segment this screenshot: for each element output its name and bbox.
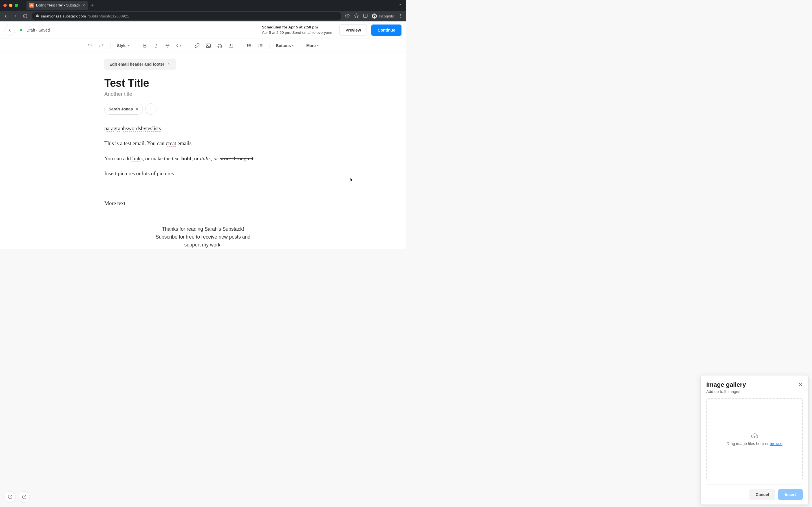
- edit-email-header-button[interactable]: Edit email header and footer: [104, 59, 175, 70]
- format-toolbar: Style▾ Buttons▾ More▾: [0, 39, 406, 52]
- remove-author-button[interactable]: ✕: [135, 107, 139, 112]
- minimize-window-button[interactable]: [9, 4, 12, 7]
- svg-point-9: [247, 45, 248, 46]
- tab-close-icon[interactable]: ✕: [82, 3, 85, 7]
- browser-tab[interactable]: Editing "Test Title" - Substack ✕: [27, 1, 88, 10]
- svg-point-4: [400, 15, 401, 16]
- link-button[interactable]: [192, 41, 202, 51]
- browser-toolbar: sarahjonas1.substack.com/publish/post/11…: [0, 11, 406, 21]
- audio-button[interactable]: [214, 41, 225, 51]
- editor-header: Draft - Saved Scheduled for Apr 5 at 2:5…: [0, 21, 406, 39]
- reload-button[interactable]: [22, 13, 28, 18]
- svg-rect-0: [363, 14, 367, 17]
- svg-point-5: [400, 17, 401, 17]
- tab-title: Editing "Test Title" - Substack: [36, 3, 80, 7]
- schedule-title: Scheduled for Apr 5 at 2:50 pm: [262, 25, 332, 30]
- post-title-input[interactable]: Test Title: [104, 77, 302, 89]
- new-tab-button[interactable]: +: [91, 3, 94, 8]
- star-icon[interactable]: [354, 13, 359, 19]
- strikethrough-button[interactable]: [162, 41, 172, 51]
- link-text[interactable]: link: [131, 156, 140, 161]
- redo-button[interactable]: [96, 41, 107, 51]
- preview-button[interactable]: Preview: [340, 24, 367, 36]
- buttons-dropdown[interactable]: Buttons▾: [274, 41, 296, 51]
- style-dropdown[interactable]: Style▾: [115, 41, 132, 51]
- save-status-dot: [20, 29, 22, 31]
- close-window-button[interactable]: [3, 4, 7, 7]
- author-chip[interactable]: Sarah Jonas ✕: [104, 104, 143, 115]
- svg-point-3: [400, 14, 401, 15]
- svg-point-2: [375, 16, 376, 17]
- incognito-label: Incognito: [378, 14, 394, 18]
- post-body[interactable]: paragraphswordsbyteslists This is a test…: [104, 124, 302, 249]
- svg-rect-6: [206, 44, 210, 47]
- back-to-dashboard-button[interactable]: [4, 25, 15, 36]
- undo-button[interactable]: [85, 41, 95, 51]
- fullscreen-window-button[interactable]: [15, 4, 18, 7]
- eye-off-icon[interactable]: [345, 13, 350, 19]
- add-author-button[interactable]: +: [145, 103, 156, 115]
- body-p1: paragraphswordsbyteslists: [104, 125, 161, 131]
- svg-point-10: [247, 47, 248, 47]
- url-path: /publish/post/112638921: [88, 14, 129, 18]
- bold-button[interactable]: [140, 41, 150, 51]
- back-button[interactable]: [3, 13, 9, 18]
- panel-icon[interactable]: [363, 13, 368, 19]
- lock-icon: [36, 14, 39, 18]
- tab-strip: Editing "Test Title" - Substack ✕ +: [0, 0, 406, 11]
- image-button[interactable]: [203, 41, 213, 51]
- subscribe-callout: Thanks for reading Sarah's Substack! Sub…: [104, 225, 302, 249]
- address-bar[interactable]: sarahjonas1.substack.com/publish/post/11…: [32, 12, 342, 20]
- forward-button[interactable]: [12, 13, 18, 18]
- url-host: sarahjonas1.substack.com: [41, 14, 86, 18]
- incognito-indicator[interactable]: Incognito: [372, 13, 394, 18]
- post-subtitle-input[interactable]: Another title: [104, 91, 302, 97]
- embed-button[interactable]: [226, 41, 236, 51]
- more-dropdown[interactable]: More▾: [304, 41, 320, 51]
- window-controls: [0, 4, 18, 7]
- draft-status: Draft - Saved: [27, 28, 50, 33]
- schedule-info: Scheduled for Apr 5 at 2:50 pm Apr 5 at …: [262, 25, 332, 36]
- svg-point-1: [373, 16, 374, 17]
- numbered-list-button[interactable]: [255, 41, 266, 51]
- svg-point-8: [247, 44, 248, 45]
- schedule-detail: Apr 5 at 2:50 pm: Send email to everyone: [262, 30, 332, 36]
- italic-button[interactable]: [151, 41, 161, 51]
- bullet-list-button[interactable]: [244, 41, 254, 51]
- code-button[interactable]: [174, 41, 184, 51]
- editor-content: Edit email header and footer Test Title …: [104, 59, 302, 249]
- incognito-icon: [372, 13, 377, 18]
- continue-button[interactable]: Continue: [371, 24, 402, 36]
- author-name: Sarah Jonas: [109, 107, 133, 111]
- menu-icon[interactable]: [398, 13, 403, 19]
- substack-favicon: [29, 3, 34, 8]
- tab-list-button[interactable]: [398, 3, 402, 8]
